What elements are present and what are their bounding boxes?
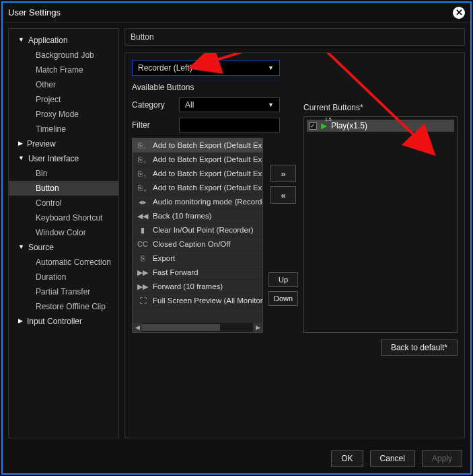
tree-item-proxy-mode[interactable]: Proxy Mode: [9, 107, 118, 122]
window-title: User Settings: [8, 7, 61, 17]
tree-item-other[interactable]: Other: [9, 77, 118, 92]
filter-input[interactable]: [179, 118, 280, 132]
scroll-left-icon[interactable]: ◀: [133, 323, 142, 332]
horizontal-scrollbar[interactable]: ◀ ▶: [133, 323, 262, 332]
current-buttons-label: Current Buttons*: [303, 103, 458, 112]
scroll-right-icon[interactable]: ▶: [253, 323, 262, 332]
export-icon: ⎘: [137, 253, 149, 263]
cancel-button[interactable]: Cancel: [370, 450, 415, 467]
tree-item-control[interactable]: Control: [9, 196, 118, 210]
audio-icon: ◂▸: [137, 197, 149, 206]
chevron-down-icon: ▼: [18, 36, 24, 43]
scroll-thumb[interactable]: [142, 324, 220, 331]
tree-section-preview[interactable]: ▶Preview: [9, 136, 118, 151]
tree-item-restore-offline[interactable]: Restore Offline Clip: [9, 299, 118, 314]
breadcrumb: Button: [124, 28, 465, 46]
tree-item-duration[interactable]: Duration: [9, 270, 118, 284]
chevron-down-icon: ▼: [268, 65, 274, 71]
back-to-default-button[interactable]: Back to default*: [381, 340, 458, 356]
list-item[interactable]: ⛶Full Screen Preview (All Monitors): [133, 294, 262, 308]
chevron-down-icon: ▼: [268, 102, 274, 108]
list-item[interactable]: ⎘Export: [133, 251, 262, 266]
close-icon[interactable]: ✕: [453, 7, 465, 19]
main-panel: Button Recorder (Left) ▼ Available Butto…: [124, 28, 465, 438]
category-value: All: [185, 100, 194, 110]
tree-section-application[interactable]: ▼Application: [9, 33, 118, 48]
batch-export-icon: ⎘₃: [137, 169, 149, 178]
rewind-icon: ◀◀: [137, 211, 149, 221]
tree-section-user-interface[interactable]: ▼User Interface: [9, 151, 118, 166]
category-select[interactable]: All ▼: [179, 97, 280, 112]
list-item[interactable]: ▶▶Fast Forward: [133, 266, 262, 280]
list-item[interactable]: ◀◀Back (10 frames): [133, 209, 262, 223]
tree-section-source[interactable]: ▼Source: [9, 240, 118, 255]
settings-tree[interactable]: ▼Application Background Job Match Frame …: [8, 28, 119, 438]
tree-item-automatic-correction[interactable]: Automatic Correction: [9, 255, 118, 270]
clear-io-icon: ▮: [137, 225, 149, 235]
current-buttons-list[interactable]: ▶ Play(x1.5): [303, 116, 458, 333]
batch-export-icon: ⎘₁: [137, 141, 149, 150]
forward-icon: ▶▶: [137, 282, 149, 291]
tree-item-bin[interactable]: Bin: [9, 166, 118, 181]
tree-item-match-frame[interactable]: Match Frame: [9, 63, 118, 77]
list-item[interactable]: CCClosed Caption On/Off: [133, 237, 262, 251]
tree-item-partial-transfer[interactable]: Partial Transfer: [9, 284, 118, 299]
tree-item-background-job[interactable]: Background Job: [9, 48, 118, 63]
chevron-down-icon: ▼: [18, 243, 24, 250]
list-item[interactable]: ⎘₂Add to Batch Export (Default Exporter …: [133, 153, 262, 167]
list-item[interactable]: ⎘₃Add to Batch Export (Default Exporter …: [133, 167, 262, 181]
batch-export-icon: ⎘₂: [137, 155, 149, 164]
list-item[interactable]: ▮ Clear In/Out Point (Recorder): [133, 223, 262, 237]
category-label: Category: [132, 100, 172, 110]
apply-button[interactable]: Apply: [422, 450, 462, 467]
fullscreen-icon: ⛶: [137, 296, 149, 305]
list-item[interactable]: ⎘₁Add to Batch Export (Default Exporter …: [133, 138, 262, 153]
list-item[interactable]: ▶▶Forward (10 frames): [133, 280, 262, 294]
checkbox-icon[interactable]: [310, 122, 317, 130]
titlebar: User Settings ✕: [3, 3, 470, 23]
filter-label: Filter: [132, 120, 172, 130]
target-select[interactable]: Recorder (Left) ▼: [132, 60, 280, 76]
tree-item-window-color[interactable]: Window Color: [9, 225, 118, 240]
add-button[interactable]: »: [270, 165, 296, 182]
settings-window: User Settings ✕ ▼Application Background …: [1, 1, 472, 475]
tree-item-button[interactable]: Button: [9, 181, 118, 196]
chevron-right-icon: ▶: [18, 317, 23, 324]
available-buttons-label: Available Buttons: [132, 83, 458, 92]
move-down-button[interactable]: Down: [268, 291, 298, 306]
batch-export-icon: ⎘₄: [137, 183, 149, 192]
tree-section-input-controller[interactable]: ▶Input Controller: [9, 314, 118, 329]
dialog-footer: OK Cancel Apply: [3, 444, 470, 473]
chevron-down-icon: ▼: [18, 155, 24, 161]
current-item-label: Play(x1.5): [331, 121, 367, 130]
available-buttons-list[interactable]: ⎘₁Add to Batch Export (Default Exporter …: [132, 138, 263, 333]
remove-button[interactable]: «: [270, 186, 296, 204]
play-icon: ▶: [321, 121, 327, 130]
cc-icon: CC: [137, 239, 149, 249]
tree-item-timeline[interactable]: Timeline: [9, 122, 118, 136]
button-settings-panel: Recorder (Left) ▼ Available Buttons Cate…: [124, 52, 465, 438]
current-item-play[interactable]: ▶ Play(x1.5): [307, 120, 454, 132]
chevron-right-icon: ▶: [18, 140, 23, 147]
list-item[interactable]: ◂▸Audio monitoring mode (Recorder): [133, 195, 262, 209]
tree-item-keyboard-shortcut[interactable]: Keyboard Shortcut: [9, 210, 118, 225]
list-item[interactable]: ⎘₄Add to Batch Export (Default Exporter …: [133, 181, 262, 195]
transfer-buttons: » « Up Down: [268, 138, 298, 333]
fast-forward-icon: ▶▶: [137, 268, 149, 277]
ok-button[interactable]: OK: [331, 450, 363, 467]
target-select-value: Recorder (Left): [138, 63, 192, 73]
move-up-button[interactable]: Up: [268, 272, 298, 287]
tree-item-project[interactable]: Project: [9, 92, 118, 107]
